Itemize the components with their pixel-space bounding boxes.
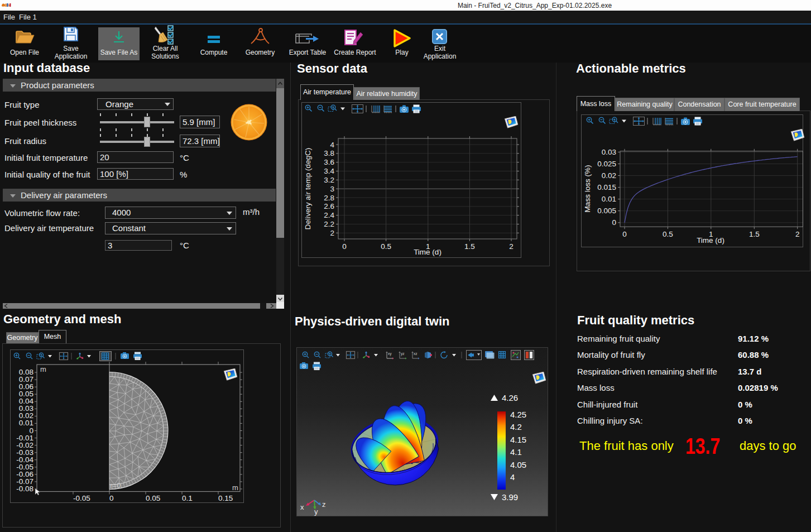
svg-text:0: 0	[622, 230, 627, 238]
svg-text:0.03: 0.03	[602, 148, 616, 156]
svg-text:0.01: 0.01	[602, 195, 616, 203]
svg-text:1.5: 1.5	[464, 242, 475, 251]
svg-text:x: x	[300, 503, 304, 511]
svg-text:0.005: 0.005	[597, 207, 616, 215]
svg-text:3.6: 3.6	[324, 158, 334, 166]
svg-text:3: 3	[330, 185, 334, 193]
svg-text:0.1: 0.1	[182, 494, 193, 502]
svg-text:xy: xy	[388, 352, 392, 356]
svg-text:0.15: 0.15	[218, 494, 233, 502]
svg-text:3.4: 3.4	[324, 167, 334, 175]
svg-text:0.5: 0.5	[663, 230, 673, 238]
svg-text:3.2: 3.2	[324, 176, 334, 184]
svg-text:3.8: 3.8	[324, 149, 334, 157]
svg-text:0.05: 0.05	[146, 494, 160, 502]
svg-text:yz: yz	[401, 352, 405, 356]
svg-text:2.2: 2.2	[324, 220, 334, 228]
svg-text:m: m	[40, 365, 46, 373]
svg-text:2: 2	[795, 230, 800, 238]
svg-text:2.8: 2.8	[324, 194, 334, 202]
svg-text:z: z	[322, 500, 326, 509]
svg-text:-0.08: -0.08	[16, 485, 33, 493]
svg-text:y: y	[314, 507, 318, 516]
svg-text:0.015: 0.015	[597, 183, 616, 191]
svg-text:1.5: 1.5	[749, 230, 760, 238]
svg-text:0: 0	[109, 494, 114, 502]
svg-text:2.6: 2.6	[324, 202, 334, 210]
svg-text:xz: xz	[414, 352, 418, 356]
svg-text:2: 2	[330, 229, 334, 237]
svg-text:0.025: 0.025	[597, 160, 616, 168]
svg-text:r=0: r=0	[110, 481, 121, 490]
svg-text:Time (d): Time (d)	[414, 248, 442, 256]
svg-text:Delivery air temp (degC): Delivery air temp (degC)	[304, 148, 312, 229]
svg-text:m: m	[232, 483, 238, 492]
svg-text:-0.05: -0.05	[73, 494, 90, 502]
svg-text:2.4: 2.4	[324, 211, 334, 219]
svg-text:0: 0	[342, 242, 347, 251]
svg-text:Mass loss (%): Mass loss (%)	[583, 165, 592, 213]
svg-text:Time (d): Time (d)	[697, 236, 724, 245]
svg-text:0: 0	[612, 218, 616, 227]
svg-text:4: 4	[330, 141, 334, 149]
svg-text:0.5: 0.5	[381, 242, 391, 251]
svg-text:0.02: 0.02	[602, 171, 616, 180]
svg-text:2: 2	[509, 242, 514, 251]
